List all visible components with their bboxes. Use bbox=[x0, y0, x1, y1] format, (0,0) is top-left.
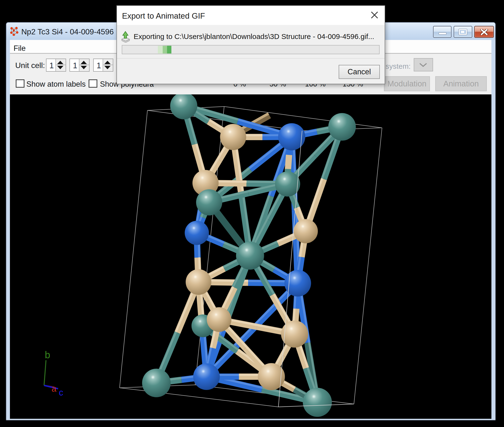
svg-text:a: a bbox=[52, 384, 57, 394]
svg-text:b: b bbox=[45, 350, 50, 360]
svg-text:c: c bbox=[59, 388, 63, 397]
